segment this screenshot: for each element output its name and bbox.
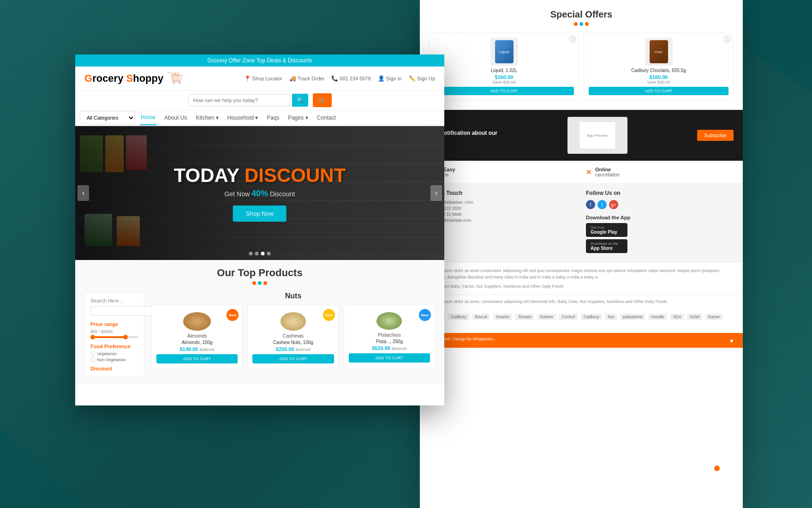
categories-select[interactable]: All Categories bbox=[80, 111, 135, 124]
header-right: 📍 Shop Locator 🚚 Track Order 📞 001 234 5… bbox=[244, 75, 435, 82]
track-icon: 🚚 bbox=[289, 75, 296, 82]
search-button[interactable]: 🔍 bbox=[292, 94, 308, 107]
hero-dots bbox=[249, 252, 271, 255]
price-min: $50 bbox=[90, 329, 97, 334]
filter-search-input[interactable] bbox=[90, 306, 155, 316]
nav-about[interactable]: About Us bbox=[163, 111, 188, 125]
cart-button[interactable]: 🛒 bbox=[313, 93, 332, 107]
tag-biscuit[interactable]: Biscuit bbox=[472, 314, 490, 320]
newsletter-section: Get Notification about our stores App Pr… bbox=[420, 110, 743, 161]
app-store-btn[interactable]: Download on the App Store bbox=[586, 239, 627, 253]
googleplus-icon[interactable]: g+ bbox=[609, 200, 618, 209]
phone-link[interactable]: 📞 001 234 5678 bbox=[331, 75, 370, 82]
sign-up-link[interactable]: ✏️ Sign Up bbox=[409, 75, 435, 82]
footer-cols: Get in Touch 📍 123 Sebastian, USA 📞 333 … bbox=[429, 190, 734, 255]
track-order-link[interactable]: 🚚 Track Order bbox=[289, 75, 324, 82]
tag-cadbury[interactable]: Cadbury bbox=[448, 314, 469, 320]
products-dots bbox=[84, 281, 435, 285]
offer-add-btn-1[interactable]: ADD TO CART bbox=[434, 87, 574, 95]
cashew-add-btn[interactable]: ADD TO CART bbox=[252, 354, 334, 363]
tag-tomato[interactable]: Tomato bbox=[515, 314, 535, 320]
hero-next-btn[interactable]: › bbox=[430, 185, 442, 201]
hero-discount: DISCOUNT bbox=[245, 164, 346, 186]
dot1 bbox=[574, 22, 578, 26]
tag-sda[interactable]: SDA bbox=[670, 314, 684, 320]
hero-dot-3[interactable] bbox=[261, 252, 265, 255]
non-vegetarian-radio[interactable] bbox=[90, 357, 95, 362]
sidebar-filter: Search Here... → Price range $50 - $6000… bbox=[84, 292, 144, 377]
hero-dot-2[interactable] bbox=[255, 252, 259, 255]
hero-pct: 40% bbox=[251, 189, 268, 198]
hero-title: TODAY DISCOUNT bbox=[174, 164, 346, 187]
hero-get-now: Get Now bbox=[225, 190, 251, 198]
google-play-btn[interactable]: Get it on Google Play bbox=[586, 223, 627, 237]
info-icon-1[interactable]: ⓘ bbox=[569, 36, 576, 43]
tag-nsw[interactable]: NSW bbox=[687, 314, 702, 320]
nav-contact[interactable]: Contact bbox=[316, 111, 337, 125]
hero-shop-now-btn[interactable]: Shop Now bbox=[233, 206, 287, 222]
hero-prev-btn[interactable]: ‹ bbox=[78, 185, 89, 201]
offer-price-1: $160.00 bbox=[434, 74, 574, 80]
offer-add-btn-2[interactable]: ADD TO CART bbox=[589, 87, 728, 95]
features-section: ↩ & Easy turns ✕ Online cancellation bbox=[420, 161, 743, 183]
text-body-section: Lorem ipsum dolor sit amet consectetur a… bbox=[420, 262, 743, 294]
tag-cadbury2[interactable]: Cadbury bbox=[581, 314, 602, 320]
footer-social: Follow Us on f t g+ Download the App Get… bbox=[586, 190, 734, 255]
product-cashews: New Cashews Cashew Nuts, 100g $200.00 $4… bbox=[247, 305, 339, 369]
feature-returns: ↩ & Easy turns bbox=[429, 167, 577, 177]
signup-icon: ✏️ bbox=[409, 75, 416, 82]
hero-discount-label: Discount bbox=[268, 190, 295, 198]
tag-kaiser[interactable]: Kaiser bbox=[705, 314, 723, 320]
cashew-name: Cashews bbox=[252, 333, 334, 339]
hero-subtitle: Get Now 40% Discount bbox=[174, 189, 346, 199]
search-row: 🔍 🛒 bbox=[75, 91, 444, 110]
hero-dot-4[interactable] bbox=[267, 252, 271, 255]
nav-pages[interactable]: Pages ▾ bbox=[287, 111, 309, 125]
logo-rocery: rocery bbox=[92, 73, 126, 84]
footer-dot: ● bbox=[730, 337, 734, 344]
sign-in-link[interactable]: 👤 Sign In bbox=[378, 75, 402, 82]
social-icons-row: f t g+ bbox=[586, 200, 734, 209]
navigation: All Categories Home About Us Kitchen ▾ H… bbox=[75, 110, 444, 126]
tag-noodle[interactable]: Noodle bbox=[648, 314, 667, 320]
download-app-title: Download the App bbox=[586, 215, 734, 220]
nav-faqs[interactable]: Faqs bbox=[266, 111, 280, 125]
price-slider[interactable] bbox=[90, 336, 138, 338]
pistachio-full-name: Pista..., 250g bbox=[349, 339, 430, 344]
newsletter-subscribe-btn[interactable]: Subscribe bbox=[697, 130, 734, 141]
phone-icon: 📞 bbox=[331, 75, 338, 82]
nav-home[interactable]: Home bbox=[140, 110, 156, 125]
text-body-2: pal/Palmist Baby, CarSo, Nut Suppliers, … bbox=[429, 283, 734, 290]
facebook-icon[interactable]: f bbox=[586, 200, 595, 209]
twitter-icon[interactable]: t bbox=[597, 200, 607, 209]
nav-household[interactable]: Household ▾ bbox=[227, 111, 259, 125]
vegetarian-radio[interactable] bbox=[90, 351, 95, 356]
announcement-bar: Grocery Offer Zone Top Deals & Discounts bbox=[75, 54, 444, 67]
tag-snacks[interactable]: Snacks bbox=[493, 314, 513, 320]
info-icon-2[interactable]: ⓘ bbox=[723, 36, 731, 43]
tag-nut[interactable]: Nut bbox=[605, 314, 617, 320]
pistachio-badge: New bbox=[419, 309, 431, 321]
pdot1 bbox=[252, 281, 256, 285]
pistachio-add-btn[interactable]: ADD TO CART bbox=[349, 353, 430, 363]
almond-add-btn[interactable]: ADD TO CART bbox=[156, 354, 238, 363]
offers-row: ⓘ Liquid Liquid, 1.02L $160.00 Save $30.… bbox=[429, 33, 734, 100]
footer-address: 📍 123 Sebastian, USA bbox=[429, 200, 577, 205]
special-offers-title: Special Offers bbox=[429, 9, 734, 20]
search-here-label: Search Here... bbox=[90, 298, 138, 303]
nav-kitchen[interactable]: Kitchen ▾ bbox=[195, 111, 219, 125]
pdot3 bbox=[263, 281, 267, 285]
footer-section: Get in Touch 📍 123 Sebastian, USA 📞 333 … bbox=[420, 183, 743, 262]
tag-control[interactable]: Control bbox=[559, 314, 578, 320]
feature-cancel-text: Online cancellation bbox=[595, 167, 620, 177]
tag-palmist[interactable]: pal/palmist bbox=[620, 314, 645, 320]
track-order-text: Track Order bbox=[298, 76, 324, 81]
hero-dot-1[interactable] bbox=[249, 252, 253, 255]
shop-locator-link[interactable]: 📍 Shop Locator bbox=[244, 75, 282, 82]
dot-decoration bbox=[714, 466, 720, 471]
tag-dairies[interactable]: Dairies bbox=[537, 314, 556, 320]
search-input[interactable] bbox=[188, 94, 290, 106]
special-offers-dots bbox=[429, 22, 734, 26]
cashew-badge: New bbox=[323, 309, 335, 321]
filter-search-row: → bbox=[90, 306, 138, 316]
